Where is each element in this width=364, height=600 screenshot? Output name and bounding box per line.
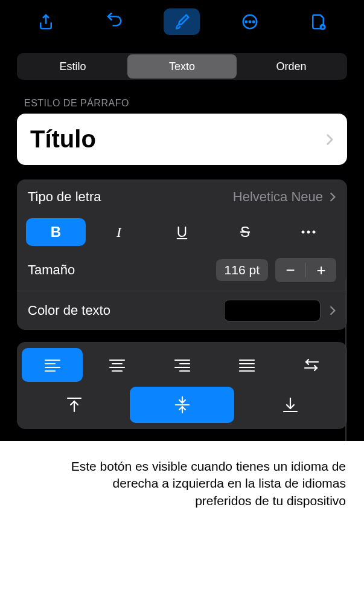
align-justify-icon: [238, 358, 255, 372]
toolbar: [0, 0, 364, 41]
tab-orden[interactable]: Orden: [237, 54, 346, 79]
valign-middle-icon: [173, 396, 191, 414]
bold-button[interactable]: B: [26, 218, 86, 246]
vertical-align-row: [22, 387, 342, 423]
text-color-label: Color de texto: [28, 303, 110, 318]
callout-line: [345, 278, 346, 441]
chevron-right-icon: [329, 305, 336, 316]
size-decrease-button[interactable]: −: [275, 258, 305, 282]
align-right-icon: [174, 358, 191, 372]
format-button[interactable]: [164, 8, 200, 35]
font-family-row[interactable]: Tipo de letra Helvetica Neue: [17, 179, 347, 215]
more-styles-button[interactable]: [278, 218, 338, 246]
svg-point-3: [253, 21, 255, 23]
font-value: Helvetica Neue: [233, 189, 323, 205]
strikethrough-button[interactable]: S: [216, 218, 275, 246]
svg-point-6: [301, 231, 304, 234]
text-color-row[interactable]: Color de texto: [17, 291, 347, 330]
svg-point-8: [312, 231, 315, 234]
valign-bottom-button[interactable]: [238, 387, 342, 423]
valign-top-button[interactable]: [22, 387, 126, 423]
paragraph-style-selector[interactable]: Título: [17, 114, 347, 165]
text-color-swatch[interactable]: [224, 300, 321, 321]
underline-button[interactable]: U: [152, 218, 212, 246]
size-increase-button[interactable]: +: [306, 258, 336, 282]
undo-icon: [105, 13, 123, 31]
font-label: Tipo de letra: [28, 189, 101, 205]
chevron-right-icon: [329, 192, 336, 202]
font-value-wrap: Helvetica Neue: [233, 189, 336, 205]
share-button[interactable]: [28, 8, 64, 35]
font-style-buttons: B I U S: [17, 215, 347, 252]
undo-button[interactable]: [96, 8, 132, 35]
format-panel: Estilo Texto Orden ESTILO DE PÁRRAFO Tít…: [0, 0, 364, 441]
italic-button[interactable]: I: [89, 218, 149, 246]
size-label: Tamaño: [28, 262, 75, 278]
share-icon: [37, 13, 55, 31]
svg-point-5: [321, 26, 324, 28]
tab-texto[interactable]: Texto: [127, 54, 237, 79]
size-value[interactable]: 116 pt: [216, 259, 268, 281]
format-tabs: Estilo Texto Orden: [17, 53, 347, 80]
align-left-icon: [44, 358, 61, 372]
align-center-button[interactable]: [86, 348, 147, 382]
chevron-right-icon: [325, 133, 334, 146]
align-justify-button[interactable]: [216, 348, 277, 382]
more-button[interactable]: [232, 8, 268, 35]
valign-middle-button[interactable]: [130, 387, 234, 423]
tab-estilo[interactable]: Estilo: [18, 54, 127, 79]
valign-bottom-icon: [281, 396, 299, 414]
align-right-button[interactable]: [152, 348, 212, 382]
svg-point-2: [249, 21, 251, 23]
size-stepper: − +: [275, 258, 336, 282]
align-center-icon: [109, 358, 126, 372]
document-icon: [309, 13, 327, 31]
section-label-paragraph: ESTILO DE PÁRRAFO: [24, 98, 340, 109]
alignment-card: [17, 342, 347, 429]
font-config-card: Tipo de letra Helvetica Neue B I U S: [17, 179, 347, 330]
valign-top-icon: [65, 396, 83, 414]
align-left-button[interactable]: [22, 348, 83, 382]
text-direction-button[interactable]: [281, 348, 342, 382]
paragraph-style-value: Título: [30, 126, 96, 153]
text-direction-icon: [302, 358, 321, 372]
brush-icon: [173, 13, 191, 31]
svg-point-1: [246, 21, 247, 23]
ellipsis-icon: [301, 230, 316, 234]
more-icon: [241, 13, 259, 31]
size-row: Tamaño 116 pt − +: [17, 252, 347, 291]
callout: Este botón es visible cuando tienes un i…: [0, 441, 364, 509]
horizontal-align-row: [22, 348, 342, 382]
document-button[interactable]: [300, 8, 336, 35]
svg-point-7: [307, 231, 310, 234]
callout-text: Este botón es visible cuando tienes un i…: [54, 458, 346, 509]
